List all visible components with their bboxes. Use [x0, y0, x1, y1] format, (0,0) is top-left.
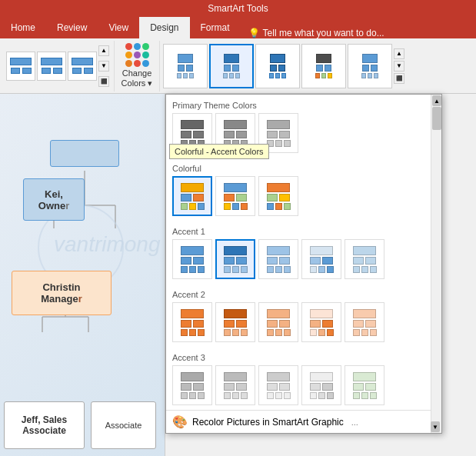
ribbon-tabs: Home Review View Design Format 💡 Tell me… — [0, 17, 476, 38]
swatch-a2-1[interactable] — [172, 302, 212, 342]
swatch-a3-2[interactable] — [215, 365, 255, 405]
accent3-label: Accent 3 — [172, 350, 435, 364]
primary-swatches — [172, 112, 435, 155]
accent3-section: Accent 3 — [166, 347, 441, 410]
tell-me-box[interactable]: 💡 Tell me what you want to do... — [248, 28, 384, 38]
swatch-a2-5[interactable] — [345, 302, 384, 342]
top-node[interactable] — [50, 140, 119, 167]
title-bar: SmartArt Tools — [0, 0, 476, 17]
swatch-a1-4[interactable] — [301, 239, 341, 279]
swatch-ptc2[interactable] — [215, 113, 255, 153]
accent1-section: Accent 1 — [166, 221, 441, 284]
change-colors-icon — [125, 43, 149, 67]
jeff-node[interactable]: Jeff, SalesAssociate — [4, 401, 85, 449]
styles-scroll-down[interactable]: ▼ — [394, 61, 404, 72]
tab-view[interactable]: View — [98, 17, 139, 38]
layouts-scroll-down[interactable]: ▼ — [98, 61, 109, 72]
swatch-a1-3[interactable] — [258, 239, 298, 279]
color-dropdown-panel: Primary Theme Colors — [165, 94, 442, 434]
swatch-a1-1[interactable] — [172, 239, 212, 279]
style-item-2[interactable] — [209, 44, 254, 88]
svg-text:vantrimong: vantrimong — [54, 232, 161, 256]
layout-item-1[interactable] — [6, 52, 35, 81]
swatch-a1-2[interactable] — [215, 239, 255, 279]
accent2-swatches — [172, 301, 435, 344]
swatch-a2-4[interactable] — [301, 302, 341, 342]
swatch-a3-4[interactable] — [301, 365, 341, 405]
more-options-indicator: ... — [351, 418, 358, 427]
recolor-pictures-label: Recolor Pictures in SmartArt Graphic — [192, 417, 344, 428]
accent1-label: Accent 1 — [172, 224, 435, 238]
primary-theme-colors-section: Primary Theme Colors — [166, 95, 441, 158]
recolor-pictures-footer[interactable]: 🎨 Recolor Pictures in SmartArt Graphic .… — [166, 410, 441, 433]
tab-review[interactable]: Review — [46, 17, 98, 38]
colorful-swatches — [172, 175, 435, 218]
primary-theme-colors-label: Primary Theme Colors — [172, 98, 435, 112]
colorful-section: Colorful — [166, 158, 441, 221]
tab-home[interactable]: Home — [0, 17, 46, 38]
colorful-label: Colorful — [172, 161, 435, 175]
tab-format[interactable]: Format — [190, 17, 241, 38]
style-item-4[interactable] — [301, 44, 346, 88]
swatch-colorful-1[interactable] — [172, 176, 212, 216]
associate-node[interactable]: Associate — [91, 401, 156, 449]
accent3-swatches — [172, 364, 435, 407]
main-area: vantrimong Kei,Owner ChristinManager Jef… — [0, 94, 476, 456]
christine-node[interactable]: ChristinManager — [12, 271, 112, 315]
dropdown-scrollbar[interactable]: ▲ ▼ — [431, 95, 441, 433]
style-item-3[interactable] — [255, 44, 300, 88]
lightbulb-icon: 💡 — [248, 28, 260, 38]
kei-node[interactable]: Kei,Owner — [23, 178, 85, 221]
title-text: SmartArt Tools — [208, 3, 268, 14]
swatch-a2-2[interactable] — [215, 302, 255, 342]
tell-me-text: Tell me what you want to do... — [263, 28, 384, 38]
swatch-ptc3[interactable] — [258, 113, 298, 153]
swatch-colorful-3[interactable] — [258, 176, 298, 216]
change-colors-button[interactable]: ChangeColors ▾ — [115, 43, 159, 89]
accent2-label: Accent 2 — [172, 287, 435, 301]
swatch-a3-1[interactable] — [172, 365, 212, 405]
change-colors-label: ChangeColors ▾ — [121, 68, 153, 88]
layouts-scroll-expand[interactable]: ⬛ — [98, 76, 109, 87]
tab-design[interactable]: Design — [139, 17, 189, 38]
swatch-colorful-2[interactable] — [215, 176, 255, 216]
accent1-swatches — [172, 238, 435, 281]
style-item-1[interactable] — [163, 44, 208, 88]
recolor-icon: 🎨 — [172, 414, 188, 429]
accent2-section: Accent 2 — [166, 284, 441, 347]
swatch-a3-5[interactable] — [345, 365, 384, 405]
layout-item-2[interactable] — [37, 52, 66, 81]
layout-item-3[interactable] — [68, 52, 97, 81]
swatch-a3-3[interactable] — [258, 365, 298, 405]
style-item-5[interactable] — [348, 44, 392, 88]
smartart-canvas: vantrimong Kei,Owner ChristinManager Jef… — [0, 94, 165, 456]
swatch-a2-3[interactable] — [258, 302, 298, 342]
styles-scroll-up[interactable]: ▲ — [394, 48, 404, 59]
swatch-a1-5[interactable] — [345, 239, 384, 279]
layouts-scroll-up[interactable]: ▲ — [98, 45, 109, 56]
ribbon-bar: ▲ ▼ ⬛ ChangeColors ▾ — [0, 38, 476, 94]
swatch-ptc1[interactable] — [172, 113, 212, 153]
styles-scroll-expand[interactable]: ⬛ — [394, 73, 404, 84]
